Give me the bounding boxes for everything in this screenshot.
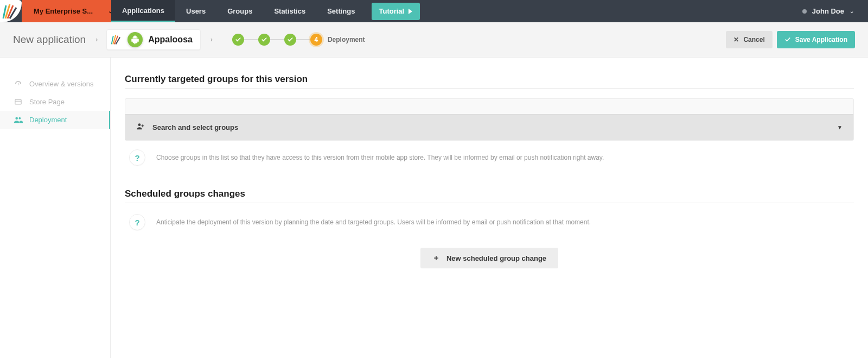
main-content: Currently targeted groups for this versi… (111, 58, 868, 358)
user-name: John Doe (812, 7, 844, 15)
save-label: Save Application (795, 36, 847, 43)
card-icon (14, 98, 23, 106)
divider (125, 203, 854, 203)
nav-settings-label: Settings (327, 7, 355, 15)
plus-icon: ＋ (432, 253, 440, 263)
sidebar-item-deployment-label: Deployment (29, 116, 67, 124)
feathers-logo-icon (1, 2, 20, 21)
check-icon (235, 36, 241, 43)
chevron-right-icon: › (95, 36, 98, 43)
chevron-right-icon: › (210, 36, 213, 43)
org-selector[interactable]: My Enterprise S... ⌄ (22, 0, 111, 22)
divider (125, 88, 854, 89)
help-icon[interactable]: ? (129, 214, 145, 230)
check-icon (784, 36, 791, 43)
targeted-groups-help: ? Choose groups in this list so that the… (125, 148, 854, 167)
targeted-groups-panel: Search and select groups ▼ (125, 98, 854, 141)
nav-users-label: Users (186, 7, 206, 15)
subheader: New application › Appaloosa › 4 Dep (0, 22, 868, 58)
save-application-button[interactable]: Save Application (777, 31, 855, 48)
wizard-steps: 4 Deployment (232, 34, 365, 46)
users-icon (14, 116, 23, 124)
help-icon[interactable]: ? (129, 149, 145, 166)
play-icon (409, 9, 412, 14)
scheduled-groups-help-text: Anticipate the deployment of this versio… (156, 218, 591, 226)
dashboard-icon (14, 80, 23, 88)
user-menu[interactable]: John Doe ⌄ (802, 0, 868, 22)
org-name: My Enterprise S... (34, 7, 93, 15)
tutorial-button[interactable]: Tutorial (372, 3, 420, 20)
cancel-label: Cancel (743, 36, 764, 43)
new-scheduled-group-change-button[interactable]: ＋ New scheduled group change (420, 248, 558, 268)
top-nav: My Enterprise S... ⌄ Applications Users … (0, 0, 868, 22)
nav-applications-label: Applications (122, 7, 164, 15)
targeted-groups-title: Currently targeted groups for this versi… (125, 74, 854, 85)
new-scheduled-group-change-label: New scheduled group change (446, 254, 546, 262)
caret-down-icon: ▼ (837, 124, 843, 130)
tutorial-label: Tutorial (379, 7, 405, 15)
status-dot-icon (802, 9, 807, 14)
user-plus-icon (136, 122, 145, 133)
sidebar-item-deployment[interactable]: Deployment (0, 111, 110, 129)
wizard-step-2[interactable] (258, 34, 270, 46)
sidebar-item-store-page[interactable]: Store Page (0, 93, 110, 111)
nav-groups-label: Groups (227, 7, 252, 15)
group-select-label: Search and select groups (152, 123, 238, 131)
check-icon (261, 36, 267, 43)
group-select-dropdown[interactable]: Search and select groups ▼ (125, 114, 853, 140)
app-chip[interactable]: Appaloosa (106, 29, 201, 50)
nav-statistics-label: Statistics (274, 7, 305, 15)
wizard-step-4-label: Deployment (328, 36, 365, 43)
wizard-step-3[interactable] (284, 34, 296, 46)
android-platform-icon (127, 32, 143, 47)
wizard-step-1[interactable] (232, 34, 244, 46)
targeted-groups-help-text: Choose groups in this list so that they … (156, 154, 604, 161)
nav-settings[interactable]: Settings (316, 0, 366, 22)
scheduled-groups-help: ? Anticipate the deployment of this vers… (125, 213, 854, 231)
svg-point-2 (15, 117, 18, 120)
nav-groups[interactable]: Groups (216, 0, 263, 22)
chevron-down-icon: ⌄ (850, 8, 854, 14)
cancel-button[interactable]: ✕ Cancel (726, 31, 772, 48)
svg-point-3 (18, 117, 21, 120)
svg-rect-0 (15, 99, 21, 104)
scheduled-groups-title: Scheduled groups changes (125, 189, 854, 199)
sidebar-item-overview-label: Overview & versions (29, 80, 93, 88)
app-logo-icon (110, 34, 122, 46)
sidebar-item-store-page-label: Store Page (29, 98, 65, 106)
sidebar: Overview & versions Store Page Deploymen… (0, 58, 111, 358)
svg-point-4 (138, 123, 141, 126)
check-icon (287, 36, 293, 43)
close-icon: ✕ (733, 36, 739, 43)
nav-applications[interactable]: Applications (111, 0, 175, 22)
sidebar-item-overview[interactable]: Overview & versions (0, 75, 110, 93)
app-name: Appaloosa (148, 35, 193, 45)
breadcrumb-root: New application (13, 34, 86, 46)
brand-logo (0, 0, 22, 22)
wizard-step-4[interactable]: 4 (310, 34, 322, 46)
nav-users[interactable]: Users (175, 0, 216, 22)
nav-statistics[interactable]: Statistics (263, 0, 316, 22)
